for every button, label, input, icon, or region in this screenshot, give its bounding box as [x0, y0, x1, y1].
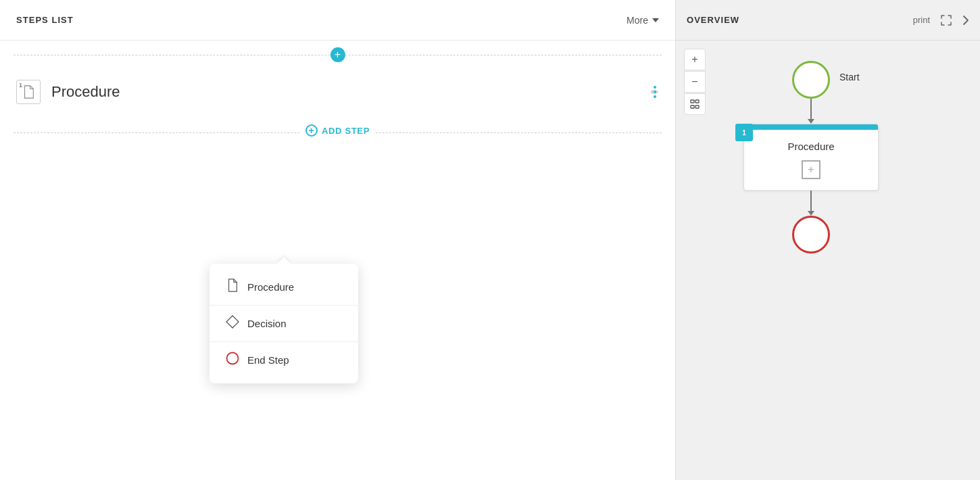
flow-end-step: [792, 216, 830, 254]
zoom-controls: + −: [684, 49, 706, 115]
svg-rect-4: [695, 105, 699, 108]
svg-point-0: [227, 353, 239, 364]
dropdown-decision-label: Decision: [247, 318, 287, 329]
overview-panel: OVERVIEW print + −: [676, 0, 980, 480]
flow-procedure-step: 1 Procedure +: [743, 124, 879, 191]
fit-icon: [690, 99, 700, 109]
flow-start-step: Start: [792, 61, 830, 99]
procedure-box-wrapper: 1 Procedure +: [743, 124, 879, 191]
connector-arrow: [808, 119, 814, 124]
steps-list-title: STEPS LIST: [16, 15, 74, 25]
document-svg-icon: [22, 85, 34, 99]
add-step-bar[interactable]: + ADD STEP: [0, 115, 675, 137]
connector-proc-to-end: [808, 191, 814, 216]
chevron-down-icon: [652, 18, 659, 22]
start-circle: [792, 61, 830, 99]
steps-header: STEPS LIST More: [0, 0, 675, 41]
dropdown-item-end-step[interactable]: End Step: [210, 342, 358, 378]
next-button[interactable]: [962, 15, 969, 26]
procedure-step-number: 1: [19, 82, 22, 89]
svg-rect-2: [695, 100, 699, 103]
decision-dropdown-icon: [226, 315, 239, 332]
procedure-flow-box: Procedure +: [743, 124, 879, 191]
more-button[interactable]: More: [627, 15, 659, 26]
overview-canvas: + − Start: [676, 41, 980, 480]
connector-line: [810, 99, 812, 119]
print-button[interactable]: print: [913, 15, 930, 25]
more-label: More: [627, 15, 648, 26]
procedure-item: 1 Procedure ✏: [0, 69, 675, 115]
procedure-name-label: Procedure: [51, 83, 644, 101]
start-label: Start: [839, 72, 860, 82]
steps-panel: STEPS LIST More + 1 Procedure ✏: [0, 0, 676, 480]
end-circle: [792, 216, 830, 254]
add-step-plus-icon: +: [305, 124, 318, 137]
overview-title: OVERVIEW: [687, 15, 739, 25]
overview-flowchart: Start 1: [743, 61, 879, 254]
end-step-dropdown-icon: [226, 352, 239, 368]
procedure-box-title: Procedure: [755, 141, 867, 152]
add-step-dropdown: Procedure Decision: [210, 264, 358, 383]
fullscreen-icon: [941, 15, 952, 26]
connector-arrow-2: [808, 211, 814, 216]
zoom-out-button[interactable]: −: [684, 71, 706, 93]
dropdown-item-procedure[interactable]: Procedure: [210, 269, 358, 305]
top-add-bar[interactable]: +: [0, 41, 675, 69]
overview-actions: print: [913, 15, 969, 26]
dot-1: [654, 86, 656, 89]
overview-header: OVERVIEW print: [676, 0, 980, 41]
zoom-in-button[interactable]: +: [684, 49, 706, 70]
start-row: Start: [792, 61, 830, 99]
procedure-box-header-bar: [744, 124, 878, 130]
procedure-item-icon: 1: [16, 80, 41, 104]
procedure-box-body: Procedure +: [744, 130, 878, 190]
procedure-box-expand-button[interactable]: +: [802, 160, 820, 179]
add-step-text: ADD STEP: [322, 126, 370, 136]
procedure-box-number-badge: 1: [735, 124, 753, 141]
dropdown-procedure-label: Procedure: [247, 281, 294, 293]
svg-rect-3: [691, 105, 694, 108]
svg-rect-1: [691, 100, 694, 103]
procedure-more-dots-button[interactable]: [651, 83, 659, 101]
top-add-circle[interactable]: +: [330, 47, 345, 62]
dropdown-item-decision[interactable]: Decision: [210, 306, 358, 341]
add-step-label[interactable]: + ADD STEP: [300, 124, 375, 137]
chevron-right-icon: [962, 15, 969, 26]
dot-3: [654, 95, 656, 98]
dot-2: [654, 91, 656, 93]
dropdown-arrow: [277, 257, 291, 264]
zoom-fit-button[interactable]: [684, 93, 706, 115]
connector-start-to-proc: [808, 99, 814, 124]
procedure-dropdown-icon: [226, 279, 239, 295]
procedure-box-number: 1: [742, 129, 746, 137]
connector-line-2: [810, 191, 812, 211]
dropdown-end-step-label: End Step: [247, 354, 289, 366]
fullscreen-button[interactable]: [941, 15, 952, 26]
